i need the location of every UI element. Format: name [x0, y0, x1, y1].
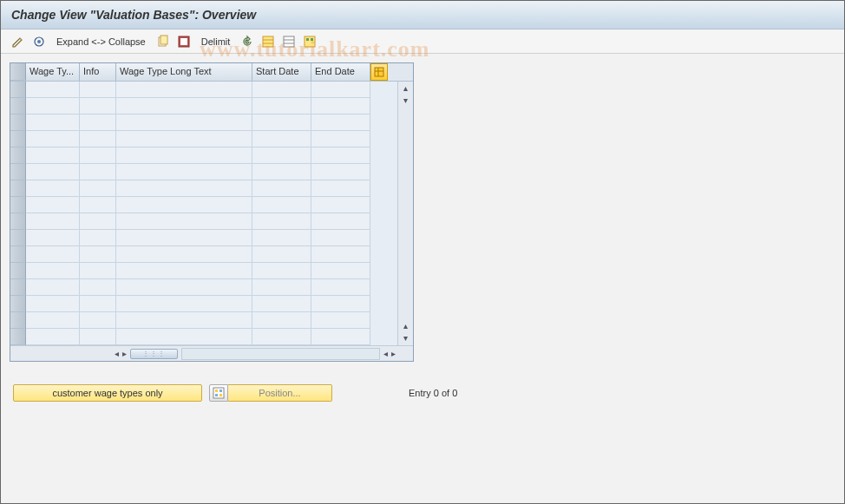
cell-wage-type[interactable] — [26, 263, 80, 279]
cell-info[interactable] — [80, 115, 116, 131]
cell-start-date[interactable] — [252, 131, 311, 147]
cell-end-date[interactable] — [311, 180, 370, 197]
table-row[interactable] — [10, 164, 397, 180]
cell-info[interactable] — [80, 279, 116, 296]
cell-start-date[interactable] — [252, 197, 311, 213]
row-selector[interactable] — [10, 329, 26, 345]
table-row[interactable] — [10, 246, 397, 263]
cell-long-text[interactable] — [116, 147, 252, 164]
cell-start-date[interactable] — [252, 230, 311, 246]
cell-wage-type[interactable] — [26, 312, 80, 329]
row-selector[interactable] — [10, 82, 26, 98]
cell-wage-type[interactable] — [26, 115, 80, 131]
cell-wage-type[interactable] — [26, 131, 80, 147]
cell-end-date[interactable] — [311, 82, 370, 98]
table-row[interactable] — [10, 115, 397, 131]
cell-start-date[interactable] — [252, 98, 311, 115]
cell-wage-type[interactable] — [26, 147, 80, 164]
cell-wage-type[interactable] — [26, 213, 80, 230]
table-row[interactable] — [10, 147, 397, 164]
deselect-all-icon[interactable] — [280, 33, 298, 50]
cell-wage-type[interactable] — [26, 82, 80, 98]
select-block-icon[interactable] — [259, 33, 277, 50]
cell-info[interactable] — [80, 98, 116, 115]
select-all-rows[interactable] — [10, 63, 26, 81]
col-end-date[interactable]: End Date — [311, 63, 370, 81]
cell-end-date[interactable] — [311, 213, 370, 230]
cell-info[interactable] — [80, 213, 116, 230]
cell-long-text[interactable] — [116, 296, 252, 312]
row-selector[interactable] — [10, 131, 26, 147]
customer-wage-types-button[interactable]: customer wage types only — [13, 384, 202, 402]
cell-long-text[interactable] — [116, 197, 252, 213]
cell-wage-type[interactable] — [26, 180, 80, 197]
horizontal-scrollbar[interactable]: ◂ ▸ ⋮⋮⋮ ◂ ▸ — [10, 345, 413, 361]
cell-end-date[interactable] — [311, 131, 370, 147]
other-view-icon[interactable] — [30, 33, 48, 50]
hscroll-thumb[interactable]: ⋮⋮⋮ — [130, 349, 178, 359]
table-row[interactable] — [10, 329, 397, 345]
table-row[interactable] — [10, 180, 397, 197]
row-selector[interactable] — [10, 230, 26, 246]
cell-end-date[interactable] — [311, 115, 370, 131]
scroll-right-step-icon[interactable]: ▸ — [121, 349, 128, 358]
cell-info[interactable] — [80, 147, 116, 164]
scroll-left-start-icon[interactable]: ◂ — [113, 349, 121, 358]
row-selector[interactable] — [10, 312, 26, 329]
col-long-text[interactable]: Wage Type Long Text — [116, 63, 252, 81]
row-selector[interactable] — [10, 115, 26, 131]
cell-end-date[interactable] — [311, 197, 370, 213]
table-row[interactable] — [10, 131, 397, 147]
cell-start-date[interactable] — [252, 329, 311, 345]
scroll-up-icon[interactable]: ▴ — [403, 82, 408, 95]
cell-info[interactable] — [80, 230, 116, 246]
cell-end-date[interactable] — [311, 263, 370, 279]
cell-wage-type[interactable] — [26, 279, 80, 296]
col-start-date[interactable]: Start Date — [252, 63, 311, 81]
table-row[interactable] — [10, 98, 397, 115]
cell-long-text[interactable] — [116, 131, 252, 147]
table-settings-icon[interactable] — [301, 33, 318, 50]
expand-collapse-button[interactable]: Expand <-> Collapse — [51, 36, 151, 47]
undo-icon[interactable] — [239, 33, 256, 50]
cell-long-text[interactable] — [116, 312, 252, 329]
cell-end-date[interactable] — [311, 329, 370, 345]
cell-long-text[interactable] — [116, 230, 252, 246]
cell-start-date[interactable] — [252, 246, 311, 263]
cell-info[interactable] — [80, 329, 116, 345]
row-selector[interactable] — [10, 197, 26, 213]
cell-info[interactable] — [80, 180, 116, 197]
cell-end-date[interactable] — [311, 147, 370, 164]
cell-long-text[interactable] — [116, 180, 252, 197]
cell-start-date[interactable] — [252, 279, 311, 296]
col-info[interactable]: Info — [80, 63, 116, 81]
cell-wage-type[interactable] — [26, 329, 80, 345]
position-icon[interactable] — [209, 384, 228, 402]
row-selector[interactable] — [10, 180, 26, 197]
row-selector[interactable] — [10, 164, 26, 180]
cell-long-text[interactable] — [116, 82, 252, 98]
cell-info[interactable] — [80, 164, 116, 180]
cell-start-date[interactable] — [252, 296, 311, 312]
cell-long-text[interactable] — [116, 98, 252, 115]
table-row[interactable] — [10, 82, 397, 98]
cell-wage-type[interactable] — [26, 164, 80, 180]
cell-end-date[interactable] — [311, 312, 370, 329]
scroll-down-icon[interactable]: ▾ — [403, 95, 408, 107]
table-row[interactable] — [10, 197, 397, 213]
configure-columns-icon[interactable] — [370, 63, 388, 81]
scroll-left-icon[interactable]: ◂ — [382, 349, 390, 358]
scroll-right-icon[interactable]: ▸ — [390, 349, 397, 358]
row-selector[interactable] — [10, 296, 26, 312]
row-selector[interactable] — [10, 213, 26, 230]
cell-end-date[interactable] — [311, 246, 370, 263]
table-row[interactable] — [10, 213, 397, 230]
cell-long-text[interactable] — [116, 263, 252, 279]
table-row[interactable] — [10, 296, 397, 312]
row-selector[interactable] — [10, 147, 26, 164]
cell-long-text[interactable] — [116, 329, 252, 345]
cell-wage-type[interactable] — [26, 230, 80, 246]
delimit-button[interactable]: Delimit — [196, 36, 236, 47]
cell-info[interactable] — [80, 246, 116, 263]
table-row[interactable] — [10, 312, 397, 329]
